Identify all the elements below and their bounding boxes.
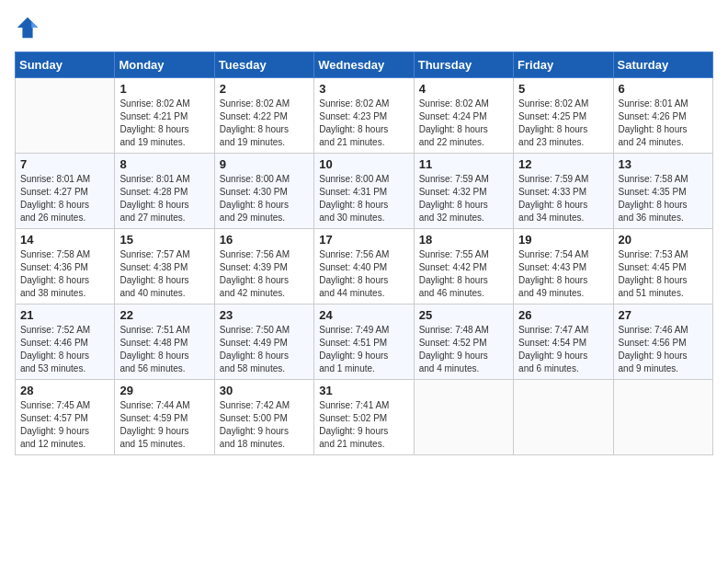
calendar-cell: 15Sunrise: 7:57 AM Sunset: 4:38 PM Dayli… xyxy=(115,229,214,304)
day-number: 15 xyxy=(119,233,209,247)
calendar-cell: 20Sunrise: 7:53 AM Sunset: 4:45 PM Dayli… xyxy=(613,229,712,304)
day-number: 5 xyxy=(518,82,608,96)
day-number: 23 xyxy=(220,308,309,322)
day-info: Sunrise: 7:46 AM Sunset: 4:56 PM Dayligh… xyxy=(619,324,708,375)
day-info: Sunrise: 8:02 AM Sunset: 4:25 PM Dayligh… xyxy=(518,98,608,149)
calendar-cell: 21Sunrise: 7:52 AM Sunset: 4:46 PM Dayli… xyxy=(16,304,115,380)
calendar-cell: 16Sunrise: 7:56 AM Sunset: 4:39 PM Dayli… xyxy=(214,229,313,304)
calendar-cell: 23Sunrise: 7:50 AM Sunset: 4:49 PM Dayli… xyxy=(214,304,313,380)
week-row-5: 28Sunrise: 7:45 AM Sunset: 4:57 PM Dayli… xyxy=(16,380,713,455)
day-info: Sunrise: 7:54 AM Sunset: 4:43 PM Dayligh… xyxy=(518,248,608,300)
day-number: 4 xyxy=(419,82,508,96)
calendar-cell: 9Sunrise: 8:00 AM Sunset: 4:30 PM Daylig… xyxy=(214,154,313,229)
day-number: 2 xyxy=(220,82,309,96)
weekday-header-thursday: Thursday xyxy=(414,52,513,78)
calendar-cell: 14Sunrise: 7:58 AM Sunset: 4:36 PM Dayli… xyxy=(16,229,115,304)
day-info: Sunrise: 8:01 AM Sunset: 4:26 PM Dayligh… xyxy=(619,98,708,149)
calendar-cell: 25Sunrise: 7:48 AM Sunset: 4:52 PM Dayli… xyxy=(414,304,513,380)
weekday-header-tuesday: Tuesday xyxy=(214,52,313,78)
calendar-cell xyxy=(16,78,115,154)
logo xyxy=(15,15,44,40)
day-number: 22 xyxy=(119,308,209,322)
calendar-cell: 10Sunrise: 8:00 AM Sunset: 4:31 PM Dayli… xyxy=(314,154,414,229)
page-header xyxy=(15,15,713,40)
day-number: 16 xyxy=(220,233,309,247)
calendar-cell: 31Sunrise: 7:41 AM Sunset: 5:02 PM Dayli… xyxy=(314,380,414,455)
day-number: 21 xyxy=(20,308,109,322)
week-row-4: 21Sunrise: 7:52 AM Sunset: 4:46 PM Dayli… xyxy=(16,304,713,380)
calendar-cell xyxy=(514,380,613,455)
day-number: 27 xyxy=(619,308,708,322)
day-info: Sunrise: 7:56 AM Sunset: 4:40 PM Dayligh… xyxy=(319,248,408,300)
calendar-cell: 22Sunrise: 7:51 AM Sunset: 4:48 PM Dayli… xyxy=(115,304,214,380)
day-info: Sunrise: 7:45 AM Sunset: 4:57 PM Dayligh… xyxy=(20,399,109,451)
calendar-cell: 3Sunrise: 8:02 AM Sunset: 4:23 PM Daylig… xyxy=(314,78,414,154)
calendar-cell: 4Sunrise: 8:02 AM Sunset: 4:24 PM Daylig… xyxy=(414,78,513,154)
day-number: 9 xyxy=(220,157,309,171)
calendar-cell: 28Sunrise: 7:45 AM Sunset: 4:57 PM Dayli… xyxy=(16,380,115,455)
calendar-cell: 6Sunrise: 8:01 AM Sunset: 4:26 PM Daylig… xyxy=(613,78,712,154)
weekday-header-wednesday: Wednesday xyxy=(314,52,414,78)
day-info: Sunrise: 7:50 AM Sunset: 4:49 PM Dayligh… xyxy=(220,324,309,375)
day-number: 10 xyxy=(319,157,408,171)
weekday-header-saturday: Saturday xyxy=(613,52,712,78)
day-info: Sunrise: 7:57 AM Sunset: 4:38 PM Dayligh… xyxy=(119,248,209,300)
calendar: SundayMondayTuesdayWednesdayThursdayFrid… xyxy=(15,52,713,455)
day-info: Sunrise: 8:02 AM Sunset: 4:23 PM Dayligh… xyxy=(319,98,408,149)
weekday-header-friday: Friday xyxy=(514,52,613,78)
calendar-cell: 18Sunrise: 7:55 AM Sunset: 4:42 PM Dayli… xyxy=(414,229,513,304)
day-number: 19 xyxy=(518,233,608,247)
calendar-cell: 27Sunrise: 7:46 AM Sunset: 4:56 PM Dayli… xyxy=(613,304,712,380)
day-number: 18 xyxy=(419,233,508,247)
day-info: Sunrise: 7:58 AM Sunset: 4:35 PM Dayligh… xyxy=(619,173,708,224)
day-info: Sunrise: 8:02 AM Sunset: 4:21 PM Dayligh… xyxy=(119,98,209,149)
weekday-header-monday: Monday xyxy=(115,52,214,78)
calendar-cell: 5Sunrise: 8:02 AM Sunset: 4:25 PM Daylig… xyxy=(514,78,613,154)
calendar-cell: 12Sunrise: 7:59 AM Sunset: 4:33 PM Dayli… xyxy=(514,154,613,229)
calendar-cell: 26Sunrise: 7:47 AM Sunset: 4:54 PM Dayli… xyxy=(514,304,613,380)
day-number: 13 xyxy=(619,157,708,171)
week-row-1: 1Sunrise: 8:02 AM Sunset: 4:21 PM Daylig… xyxy=(16,78,713,154)
day-info: Sunrise: 7:56 AM Sunset: 4:39 PM Dayligh… xyxy=(220,248,309,300)
day-number: 28 xyxy=(20,384,109,397)
day-info: Sunrise: 7:41 AM Sunset: 5:02 PM Dayligh… xyxy=(319,399,408,451)
day-info: Sunrise: 8:02 AM Sunset: 4:24 PM Dayligh… xyxy=(419,98,508,149)
weekday-header-sunday: Sunday xyxy=(16,52,115,78)
day-info: Sunrise: 7:48 AM Sunset: 4:52 PM Dayligh… xyxy=(419,324,508,375)
day-info: Sunrise: 7:59 AM Sunset: 4:33 PM Dayligh… xyxy=(518,173,608,224)
day-info: Sunrise: 8:01 AM Sunset: 4:28 PM Dayligh… xyxy=(119,173,209,224)
day-number: 1 xyxy=(119,82,209,96)
calendar-cell: 7Sunrise: 8:01 AM Sunset: 4:27 PM Daylig… xyxy=(16,154,115,229)
calendar-cell: 8Sunrise: 8:01 AM Sunset: 4:28 PM Daylig… xyxy=(115,154,214,229)
day-info: Sunrise: 8:00 AM Sunset: 4:31 PM Dayligh… xyxy=(319,173,408,224)
day-info: Sunrise: 8:00 AM Sunset: 4:30 PM Dayligh… xyxy=(220,173,309,224)
calendar-cell: 29Sunrise: 7:44 AM Sunset: 4:59 PM Dayli… xyxy=(115,380,214,455)
calendar-cell: 30Sunrise: 7:42 AM Sunset: 5:00 PM Dayli… xyxy=(214,380,313,455)
day-info: Sunrise: 8:01 AM Sunset: 4:27 PM Dayligh… xyxy=(20,173,109,224)
day-number: 26 xyxy=(518,308,608,322)
calendar-cell: 24Sunrise: 7:49 AM Sunset: 4:51 PM Dayli… xyxy=(314,304,414,380)
week-row-2: 7Sunrise: 8:01 AM Sunset: 4:27 PM Daylig… xyxy=(16,154,713,229)
day-number: 20 xyxy=(619,233,708,247)
day-number: 12 xyxy=(518,157,608,171)
day-number: 25 xyxy=(419,308,508,322)
day-number: 3 xyxy=(319,82,408,96)
day-info: Sunrise: 7:58 AM Sunset: 4:36 PM Dayligh… xyxy=(20,248,109,300)
day-number: 8 xyxy=(119,157,209,171)
week-row-3: 14Sunrise: 7:58 AM Sunset: 4:36 PM Dayli… xyxy=(16,229,713,304)
calendar-cell: 19Sunrise: 7:54 AM Sunset: 4:43 PM Dayli… xyxy=(514,229,613,304)
svg-marker-1 xyxy=(31,21,38,28)
day-number: 11 xyxy=(419,157,508,171)
day-number: 24 xyxy=(319,308,408,322)
calendar-cell xyxy=(613,380,712,455)
day-number: 7 xyxy=(20,157,109,171)
calendar-cell: 17Sunrise: 7:56 AM Sunset: 4:40 PM Dayli… xyxy=(314,229,414,304)
day-number: 17 xyxy=(319,233,408,247)
calendar-cell: 2Sunrise: 8:02 AM Sunset: 4:22 PM Daylig… xyxy=(214,78,313,154)
day-info: Sunrise: 7:55 AM Sunset: 4:42 PM Dayligh… xyxy=(419,248,508,300)
day-number: 14 xyxy=(20,233,109,247)
day-info: Sunrise: 7:42 AM Sunset: 5:00 PM Dayligh… xyxy=(220,399,309,451)
day-info: Sunrise: 7:47 AM Sunset: 4:54 PM Dayligh… xyxy=(518,324,608,375)
day-info: Sunrise: 7:51 AM Sunset: 4:48 PM Dayligh… xyxy=(119,324,209,375)
calendar-cell xyxy=(414,380,513,455)
